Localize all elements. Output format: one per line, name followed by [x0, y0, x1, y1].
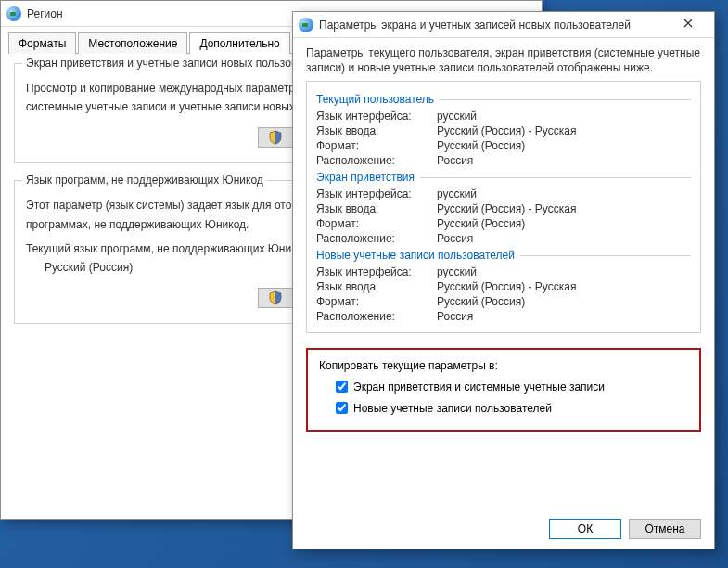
group-welcome-title: Экран приветствия и учетные записи новых…: [22, 57, 337, 70]
val-location-1: Россия: [437, 232, 473, 245]
lbl-format: Формат:: [316, 139, 437, 152]
val-input-lang-2: Русский (Россия) - Русская: [437, 280, 576, 293]
ok-button[interactable]: ОК: [549, 519, 621, 539]
close-icon: [683, 19, 693, 28]
params-title: Параметры экрана и учетных записей новых…: [319, 19, 668, 32]
checkbox-welcome-label: Экран приветствия и системные учетные за…: [353, 381, 605, 394]
globe-icon: [299, 18, 313, 32]
button-row: ОК Отмена: [306, 508, 701, 539]
tab-advanced[interactable]: Дополнительно: [189, 32, 289, 54]
params-titlebar: Параметры экрана и учетных записей новых…: [293, 12, 714, 38]
group-nonuni-title: Язык программ, не поддерживающих Юникод: [22, 174, 267, 187]
val-input-lang-0: Русский (Россия) - Русская: [437, 124, 576, 137]
tab-location[interactable]: Местоположение: [78, 32, 187, 54]
lbl-input-lang: Язык ввода:: [316, 124, 437, 137]
globe-icon: [6, 6, 21, 21]
checkbox-newusers-input[interactable]: [336, 402, 348, 414]
val-location-2: Россия: [437, 310, 473, 323]
checkbox-welcome-input[interactable]: [336, 381, 348, 393]
shield-icon: [268, 130, 283, 145]
section-welcome-screen: Экран приветствия: [316, 171, 691, 184]
tab-formats[interactable]: Форматы: [8, 32, 76, 54]
copy-title: Копировать текущие параметры в:: [319, 359, 688, 372]
lbl-ui-lang: Язык интерфейса:: [316, 110, 437, 123]
shield-icon: [268, 290, 283, 305]
val-input-lang-1: Русский (Россия) - Русская: [437, 202, 576, 215]
close-button[interactable]: [668, 15, 709, 35]
val-ui-lang-0: русский: [437, 110, 477, 123]
cancel-button[interactable]: Отмена: [629, 519, 701, 539]
val-ui-lang-1: русский: [437, 187, 477, 200]
val-format-0: Русский (Россия): [437, 139, 525, 152]
section-current-user: Текущий пользователь: [316, 93, 691, 106]
val-format-1: Русский (Россия): [437, 217, 525, 230]
params-window: Параметры экрана и учетных записей новых…: [292, 11, 715, 549]
section-new-users: Новые учетные записи пользователей: [316, 249, 691, 262]
intro-text: Параметры текущего пользователя, экран п…: [306, 45, 701, 75]
accounts-frame: Текущий пользователь Язык интерфейса:рус…: [306, 81, 701, 333]
val-format-2: Русский (Россия): [437, 295, 525, 308]
checkbox-newusers[interactable]: Новые учетные записи пользователей: [332, 399, 688, 417]
checkbox-newusers-label: Новые учетные записи пользователей: [353, 402, 552, 415]
copy-settings-button[interactable]: [258, 127, 293, 148]
checkbox-welcome[interactable]: Экран приветствия и системные учетные за…: [332, 378, 688, 395]
val-location-0: Россия: [437, 154, 473, 167]
lbl-location: Расположение:: [316, 154, 437, 167]
copy-frame: Копировать текущие параметры в: Экран пр…: [306, 348, 701, 432]
params-body: Параметры текущего пользователя, экран п…: [293, 38, 714, 549]
change-locale-button[interactable]: [258, 288, 293, 308]
val-ui-lang-2: русский: [437, 265, 477, 278]
